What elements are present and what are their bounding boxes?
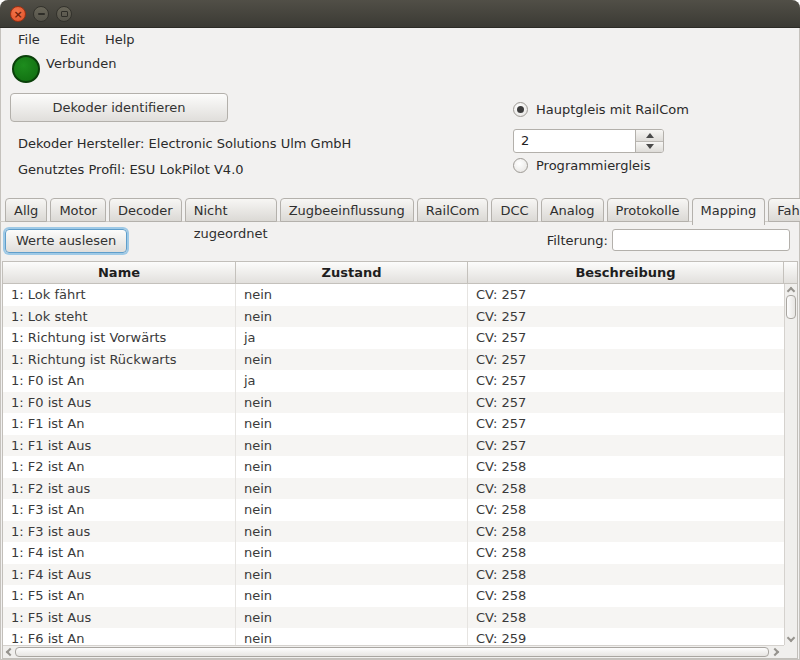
read-values-button[interactable]: Werte auslesen <box>5 229 127 253</box>
connection-status-label: Verbunden <box>46 56 116 71</box>
table-cell: nein <box>236 521 468 543</box>
column-header-name[interactable]: Name <box>3 262 236 284</box>
table-row[interactable]: 1: F4 ist AusneinCV: 258 <box>3 564 784 586</box>
table-row[interactable]: 1: F5 ist AnneinCV: 258 <box>3 585 784 607</box>
radio-button-icon[interactable] <box>513 158 528 173</box>
tab-bar: AllgMotorDecoderNicht zugeordnetZugbeein… <box>5 198 800 227</box>
table-cell: nein <box>236 413 468 435</box>
table-cell: 1: F4 ist Aus <box>3 564 236 586</box>
tab-decoder[interactable]: Decoder <box>109 198 182 222</box>
table-cell: 1: Richtung ist Vorwärts <box>3 327 236 349</box>
table-row[interactable]: 1: F3 ist ausneinCV: 258 <box>3 521 784 543</box>
title-bar: × <box>0 0 800 28</box>
table-cell: CV: 258 <box>468 585 784 607</box>
scroll-right-icon[interactable] <box>771 648 779 656</box>
table-row[interactable]: 1: Richtung ist RückwartsneinCV: 257 <box>3 349 784 371</box>
column-header-zustand[interactable]: Zustand <box>236 262 468 284</box>
radio-main-track-label: Hauptgleis mit RailCom <box>536 102 689 117</box>
table-cell: nein <box>236 478 468 500</box>
table-row[interactable]: 1: F5 ist AusneinCV: 258 <box>3 607 784 629</box>
horizontal-scrollbar-thumb[interactable] <box>15 647 769 657</box>
radio-programming-track[interactable]: Programmiergleis <box>513 158 651 173</box>
table-row[interactable]: 1: F2 ist ausneinCV: 258 <box>3 478 784 500</box>
table-row[interactable]: 1: F4 ist AnneinCV: 258 <box>3 542 784 564</box>
menu-item-help[interactable]: Help <box>95 30 145 49</box>
table-cell: 1: F2 ist aus <box>3 478 236 500</box>
mapping-table: NameZustandBeschreibung 1: Lok fährtnein… <box>2 261 798 659</box>
table-cell: nein <box>236 564 468 586</box>
filter-input[interactable] <box>612 229 790 251</box>
table-cell: CV: 258 <box>468 542 784 564</box>
table-cell: CV: 257 <box>468 306 784 328</box>
table-cell: CV: 257 <box>468 435 784 457</box>
horizontal-scrollbar[interactable] <box>3 645 784 658</box>
scroll-up-icon[interactable] <box>787 287 795 295</box>
spinner-up-icon[interactable] <box>636 130 663 142</box>
table-cell: nein <box>236 607 468 629</box>
table-row[interactable]: 1: F6 ist AnneinCV: 259 <box>3 628 784 645</box>
spinner-value[interactable]: 2 <box>514 130 635 152</box>
tab-mapping[interactable]: Mapping <box>692 198 766 225</box>
table-cell: CV: 259 <box>468 628 784 645</box>
table-cell: 1: F3 ist An <box>3 499 236 521</box>
maximize-icon[interactable] <box>56 6 72 22</box>
table-cell: nein <box>236 392 468 414</box>
tab-dcc[interactable]: DCC <box>491 198 537 222</box>
table-row[interactable]: 1: F3 ist AnneinCV: 258 <box>3 499 784 521</box>
table-row[interactable]: 1: Lok fährtneinCV: 257 <box>3 284 784 306</box>
tab-analog[interactable]: Analog <box>541 198 604 222</box>
menu-item-edit[interactable]: Edit <box>50 30 95 49</box>
menu-item-file[interactable]: File <box>8 30 50 49</box>
spinner-down-icon[interactable] <box>636 142 663 153</box>
table-cell: 1: F0 ist An <box>3 370 236 392</box>
table-cell: 1: Lok steht <box>3 306 236 328</box>
table-row[interactable]: 1: Lok stehtneinCV: 257 <box>3 306 784 328</box>
table-cell: 1: F0 ist Aus <box>3 392 236 414</box>
table-cell: nein <box>236 306 468 328</box>
scroll-down-icon[interactable] <box>787 634 795 642</box>
table-cell: CV: 258 <box>468 456 784 478</box>
table-cell: CV: 257 <box>468 392 784 414</box>
table-cell: CV: 258 <box>468 499 784 521</box>
table-cell: CV: 257 <box>468 284 784 306</box>
table-cell: 1: F1 ist Aus <box>3 435 236 457</box>
connection-status-icon <box>12 55 40 83</box>
tab-protokolle[interactable]: Protokolle <box>607 198 689 222</box>
table-cell: nein <box>236 284 468 306</box>
table-row[interactable]: 1: F1 ist AnneinCV: 257 <box>3 413 784 435</box>
table-row[interactable]: 1: F0 ist AusneinCV: 257 <box>3 392 784 414</box>
close-icon[interactable]: × <box>10 6 26 22</box>
address-spinner[interactable]: 2 <box>513 129 664 153</box>
tab-fahrstufen[interactable]: Fahrstufen <box>768 198 800 222</box>
profile-label: Genutztes Profil: ESU LokPilot V4.0 <box>18 162 244 177</box>
table-cell: ja <box>236 370 468 392</box>
vertical-scrollbar-thumb[interactable] <box>786 295 796 319</box>
radio-button-icon[interactable] <box>513 102 528 117</box>
tab-motor[interactable]: Motor <box>50 198 106 222</box>
table-cell: 1: F5 ist An <box>3 585 236 607</box>
radio-programming-track-label: Programmiergleis <box>536 158 651 173</box>
tab-nicht-zugeordnet[interactable]: Nicht zugeordnet <box>185 198 277 222</box>
table-cell: nein <box>236 585 468 607</box>
menu-bar: FileEditHelp <box>0 28 800 50</box>
tab-zugbeeinflussung[interactable]: Zugbeeinflussung <box>280 198 414 222</box>
radio-main-track[interactable]: Hauptgleis mit RailCom <box>513 102 689 117</box>
table-row[interactable]: 1: F0 ist AnjaCV: 257 <box>3 370 784 392</box>
identify-decoder-button[interactable]: Dekoder identifieren <box>10 93 228 122</box>
table-row[interactable]: 1: F1 ist AusneinCV: 257 <box>3 435 784 457</box>
table-cell: 1: F1 ist An <box>3 413 236 435</box>
table-cell: nein <box>236 349 468 371</box>
column-header-beschreibung[interactable]: Beschreibung <box>468 262 784 284</box>
table-cell: CV: 257 <box>468 413 784 435</box>
table-row[interactable]: 1: Richtung ist VorwärtsjaCV: 257 <box>3 327 784 349</box>
tab-railcom[interactable]: RailCom <box>417 198 489 222</box>
minimize-icon[interactable] <box>33 6 49 22</box>
vertical-scrollbar[interactable] <box>784 284 797 645</box>
table-cell: 1: F2 ist An <box>3 456 236 478</box>
table-row[interactable]: 1: F2 ist AnneinCV: 258 <box>3 456 784 478</box>
tab-allg[interactable]: Allg <box>5 198 47 222</box>
table-cell: nein <box>236 628 468 645</box>
table-header: NameZustandBeschreibung <box>3 262 797 284</box>
scroll-left-icon[interactable] <box>6 648 14 656</box>
table-cell: CV: 257 <box>468 349 784 371</box>
